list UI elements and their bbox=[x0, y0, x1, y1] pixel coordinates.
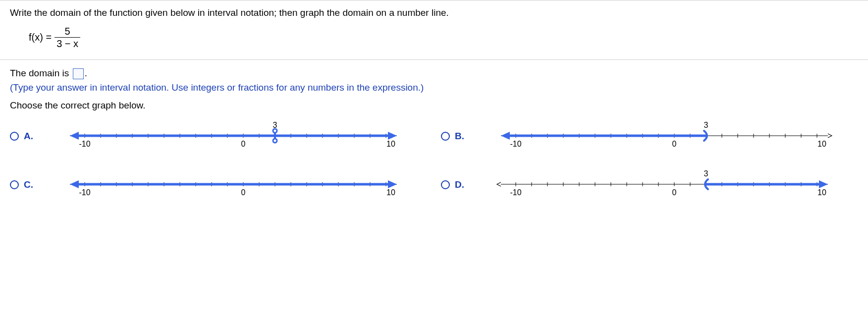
domain-prefix: The domain is bbox=[10, 68, 69, 78]
domain-input[interactable] bbox=[73, 68, 84, 79]
svg-text:3: 3 bbox=[273, 121, 277, 129]
svg-text:-10: -10 bbox=[79, 140, 90, 148]
svg-text:-10: -10 bbox=[510, 188, 521, 197]
option-a-label: A. bbox=[24, 131, 35, 142]
svg-point-25 bbox=[273, 129, 277, 133]
function-equation: f(x) = 5 3 − x bbox=[29, 25, 858, 50]
option-d-label: D. bbox=[455, 179, 466, 190]
option-b-label: B. bbox=[455, 131, 466, 142]
option-c: C. -10 0 10 bbox=[10, 169, 427, 200]
svg-text:10: 10 bbox=[386, 188, 395, 197]
numberline-d: 3 -10 0 10 bbox=[471, 169, 858, 200]
svg-text:3: 3 bbox=[704, 121, 708, 129]
fraction-numerator: 5 bbox=[63, 25, 72, 37]
svg-marker-53 bbox=[501, 132, 510, 140]
domain-statement: The domain is . bbox=[10, 68, 858, 79]
svg-text:-10: -10 bbox=[510, 140, 521, 148]
svg-text:3: 3 bbox=[704, 169, 708, 178]
svg-text:-10: -10 bbox=[79, 188, 90, 197]
numberline-a: 3 -10 0 10 bbox=[40, 121, 427, 152]
svg-text:10: 10 bbox=[386, 140, 395, 148]
option-c-label: C. bbox=[24, 179, 35, 190]
domain-suffix: . bbox=[85, 68, 87, 78]
radio-b[interactable] bbox=[441, 132, 450, 141]
svg-point-26 bbox=[273, 139, 277, 143]
input-hint: (Type your answer in interval notation. … bbox=[10, 82, 858, 93]
svg-text:0: 0 bbox=[241, 188, 246, 197]
fraction-denominator: 3 − x bbox=[54, 38, 80, 50]
radio-c[interactable] bbox=[10, 180, 19, 189]
svg-marker-80 bbox=[70, 180, 79, 188]
svg-text:10: 10 bbox=[817, 188, 826, 197]
svg-text:10: 10 bbox=[817, 140, 826, 148]
svg-text:0: 0 bbox=[241, 140, 246, 148]
svg-marker-22 bbox=[70, 132, 79, 140]
question-text: Write the domain of the function given b… bbox=[10, 7, 858, 18]
radio-a[interactable] bbox=[10, 132, 19, 141]
svg-marker-81 bbox=[388, 180, 397, 188]
equation-lhs: f(x) = bbox=[29, 32, 52, 43]
option-b: B. 3 -10 0 10 bbox=[441, 121, 858, 152]
svg-marker-107 bbox=[819, 180, 828, 188]
svg-text:0: 0 bbox=[672, 140, 677, 148]
svg-text:0: 0 bbox=[672, 188, 677, 197]
radio-d[interactable] bbox=[441, 180, 450, 189]
option-a: A. bbox=[10, 121, 427, 152]
numberline-b: 3 -10 0 10 bbox=[471, 121, 858, 152]
option-d: D. 3 -10 0 10 bbox=[441, 169, 858, 200]
choose-prompt: Choose the correct graph below. bbox=[10, 100, 858, 111]
svg-marker-23 bbox=[388, 132, 397, 140]
fraction: 5 3 − x bbox=[54, 25, 80, 50]
numberline-c: -10 0 10 bbox=[40, 169, 427, 200]
